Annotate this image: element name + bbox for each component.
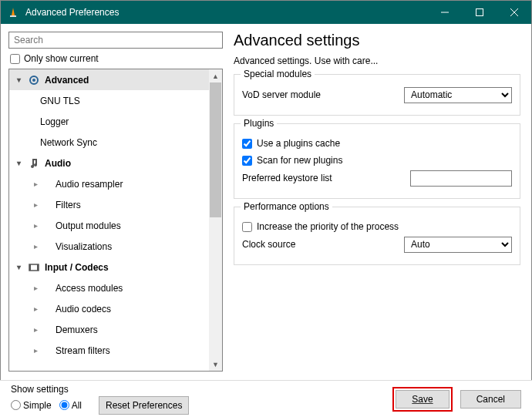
tree-item-access-modules[interactable]: ▸Access modules (9, 277, 209, 298)
save-button-highlight: Save (392, 387, 452, 412)
tree-view: ▾AdvancedGNU TLSLoggerNetwork Sync▾Audio… (8, 69, 223, 372)
page-title: Advanced settings (234, 32, 520, 49)
svg-rect-9 (37, 264, 39, 271)
bottom-bar: Show settings Simple All Reset Preferenc… (0, 380, 532, 417)
titlebar: Advanced Preferences (1, 1, 531, 24)
svg-rect-2 (476, 9, 483, 16)
scroll-up-button[interactable]: ▲ (209, 69, 222, 82)
group-title: Plugins (241, 118, 277, 129)
tree-item-advanced[interactable]: ▾Advanced (9, 69, 209, 90)
chevron-right-icon[interactable]: ▸ (31, 242, 40, 251)
close-button[interactable] (497, 1, 531, 24)
note-icon (26, 156, 42, 171)
scan-plugins-checkbox[interactable]: Scan for new plugins (242, 152, 512, 169)
group-performance: Performance options Increase the priorit… (234, 207, 520, 265)
minimize-button[interactable] (427, 1, 462, 24)
tree-item-input-codecs[interactable]: ▾Input / Codecs (9, 257, 209, 277)
only-show-current-checkbox[interactable]: Only show current (8, 52, 223, 66)
clock-source-label: Clock source (242, 239, 404, 250)
mode-simple-radio[interactable]: Simple (11, 400, 52, 411)
chevron-right-icon[interactable]: ▸ (31, 284, 40, 292)
show-settings-label: Show settings (11, 384, 189, 395)
group-plugins: Plugins Use a plugins cache Scan for new… (234, 123, 520, 199)
window-title: Advanced Preferences (25, 7, 427, 18)
maximize-button[interactable] (462, 1, 497, 24)
chevron-right-icon[interactable]: ▸ (31, 346, 40, 355)
group-title: Special modules (241, 69, 315, 79)
chevron-right-icon[interactable]: ▸ (31, 221, 40, 230)
codec-icon (26, 260, 42, 275)
save-button[interactable]: Save (396, 390, 449, 409)
clock-source-select[interactable]: Auto (404, 237, 512, 253)
keystore-input[interactable] (410, 170, 512, 187)
settings-pane: Advanced settings Advanced settings. Use… (231, 32, 524, 372)
tree-item-audio-resampler[interactable]: ▸Audio resampler (9, 173, 209, 194)
svg-rect-0 (10, 15, 16, 17)
tree-item-logger[interactable]: Logger (9, 111, 209, 132)
tree-item-demuxers[interactable]: ▸Demuxers (9, 319, 209, 340)
increase-priority-checkbox[interactable]: Increase the priority of the process (242, 218, 512, 235)
tree-item-filters[interactable]: ▸Filters (9, 194, 209, 215)
chevron-right-icon[interactable]: ▸ (31, 325, 40, 334)
scroll-thumb[interactable] (210, 82, 221, 217)
mode-all-radio[interactable]: All (59, 400, 82, 411)
tree-item-network-sync[interactable]: Network Sync (9, 132, 209, 153)
tree-scrollbar[interactable]: ▲ ▼ (209, 69, 222, 371)
tree-item-gnu-tls[interactable]: GNU TLS (9, 90, 209, 111)
chevron-down-icon[interactable]: ▾ (14, 263, 23, 271)
tree-item-stream-filters[interactable]: ▸Stream filters (9, 340, 209, 361)
svg-rect-8 (29, 264, 31, 271)
left-pane: Only show current ▾AdvancedGNU TLSLogger… (8, 32, 223, 372)
tree-item-audio-codecs[interactable]: ▸Audio codecs (9, 298, 209, 319)
svg-point-6 (32, 79, 35, 82)
tree-item-audio[interactable]: ▾Audio (9, 153, 209, 173)
chevron-down-icon[interactable]: ▾ (14, 76, 23, 84)
gear-icon (26, 72, 42, 88)
tree-item-output-modules[interactable]: ▸Output modules (9, 215, 209, 236)
reset-preferences-button[interactable]: Reset Preferences (99, 396, 189, 415)
vod-server-select[interactable]: Automatic (404, 87, 512, 103)
plugins-cache-checkbox[interactable]: Use a plugins cache (242, 135, 512, 152)
chevron-right-icon[interactable]: ▸ (31, 304, 40, 313)
chevron-right-icon[interactable]: ▸ (31, 180, 40, 188)
tree-item-visualizations[interactable]: ▸Visualizations (9, 236, 209, 257)
group-special-modules: Special modules VoD server module Automa… (234, 74, 520, 116)
group-title: Performance options (241, 201, 332, 212)
page-description: Advanced settings. Use with care... (234, 55, 520, 66)
keystore-label: Preferred keystore list (242, 173, 410, 183)
cancel-button[interactable]: Cancel (460, 390, 521, 409)
chevron-down-icon[interactable]: ▾ (14, 159, 23, 167)
app-icon (7, 6, 19, 18)
chevron-right-icon[interactable]: ▸ (31, 200, 40, 209)
vod-server-label: VoD server module (242, 89, 404, 100)
scroll-down-button[interactable]: ▼ (209, 358, 222, 371)
search-input[interactable] (8, 32, 223, 49)
